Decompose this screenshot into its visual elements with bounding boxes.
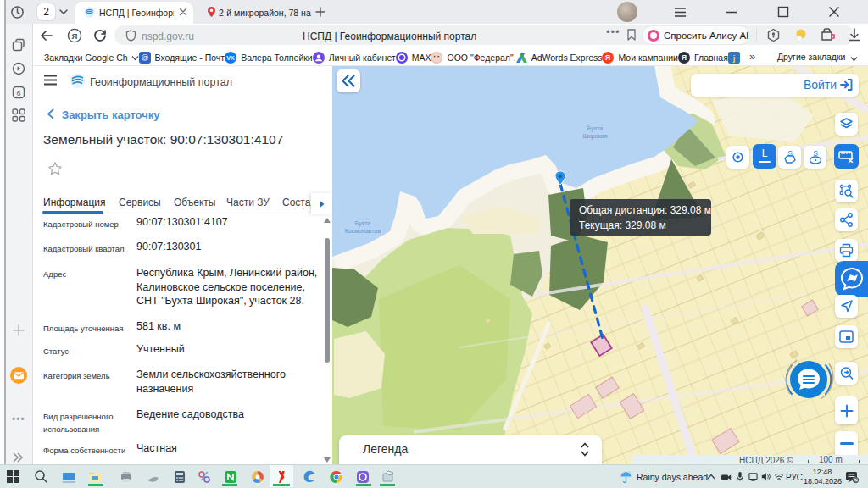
- svg-text:2: 2: [854, 477, 858, 483]
